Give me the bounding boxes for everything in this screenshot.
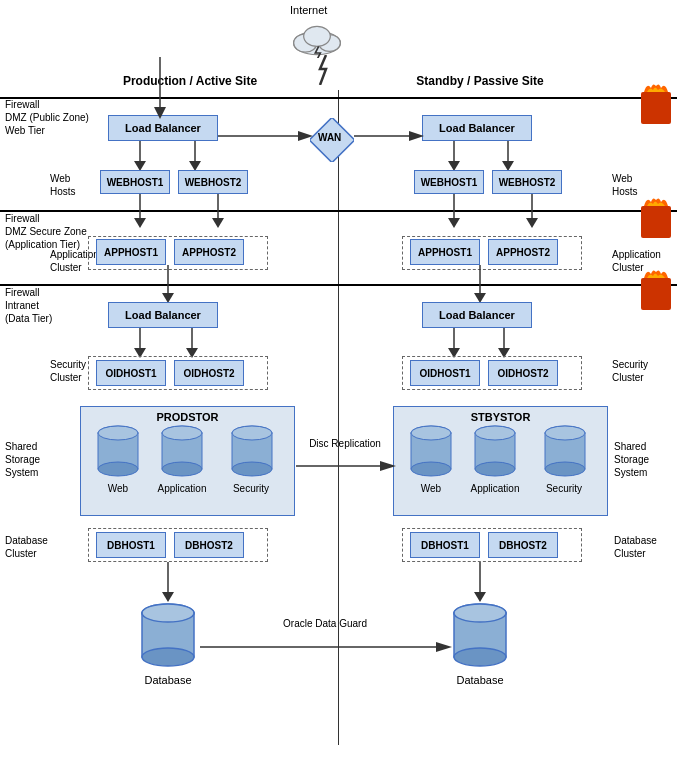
prod-drum-web: [95, 425, 141, 481]
arrow-stby-wh2-app: [522, 194, 542, 228]
stby-dbcluster-label: Database Cluster: [614, 534, 657, 560]
stby-oidhost2: OIDHOST2: [488, 360, 558, 386]
prod-webhosts-label: Web Hosts: [50, 172, 76, 198]
prod-drum-app: [159, 425, 205, 481]
wan-label: WAN: [318, 132, 341, 143]
arrow-prodlb2-oid1: [130, 328, 150, 358]
prod-dbhost2: DBHOST2: [174, 532, 244, 558]
stby-drum-app: [472, 425, 518, 481]
stby-drum-sec: [542, 425, 588, 481]
prod-drum-web-label: Web: [93, 483, 143, 494]
arrow-stbylb-wh2: [498, 141, 518, 171]
svg-marker-67: [380, 461, 396, 471]
svg-rect-29: [641, 278, 671, 310]
fw3-label: Firewall Intranet (Data Tier): [5, 286, 52, 325]
stby-drum-web: [408, 425, 454, 481]
arrow-wan-stby: [354, 128, 424, 144]
arrow-stbydb-db: [470, 562, 490, 602]
arrow-prodlb-wh1: [130, 141, 150, 171]
svg-point-48: [162, 462, 202, 476]
prod-oidhost2: OIDHOST2: [174, 360, 244, 386]
prod-webhost2: WEBHOST2: [178, 170, 248, 194]
svg-point-75: [142, 604, 194, 622]
stby-dbhost2: DBHOST2: [488, 532, 558, 558]
stby-storage-container: STBYSTOR Web Application Security: [393, 406, 608, 516]
svg-rect-4: [641, 92, 671, 124]
svg-point-78: [454, 648, 506, 666]
svg-point-74: [142, 648, 194, 666]
wan-diamond: WAN: [310, 118, 354, 162]
arrow-prodapp-lb2: [158, 265, 178, 303]
svg-point-3: [304, 26, 331, 46]
prod-storage-title: PRODSTOR: [81, 407, 294, 427]
arrow-stbylb-wh1: [444, 141, 464, 171]
svg-point-45: [98, 426, 138, 440]
stby-drum-web-label: Web: [406, 483, 456, 494]
firewall-line-3: [0, 284, 677, 286]
arrow-stby-wh1-app: [444, 194, 464, 228]
prod-dbhost1: DBHOST1: [96, 532, 166, 558]
internet-label: Internet: [290, 4, 327, 16]
svg-point-52: [232, 462, 272, 476]
stby-dbhost1: DBHOST1: [410, 532, 480, 558]
firewall-line-2: [0, 210, 677, 212]
stby-webhost2: WEBHOST2: [492, 170, 562, 194]
oracle-dataguard-arrow: [200, 637, 452, 657]
arrow-wh1-app: [130, 194, 150, 228]
prod-storage-label: Shared Storage System: [5, 440, 40, 479]
svg-point-60: [475, 462, 515, 476]
svg-marker-69: [162, 592, 174, 602]
production-header: Production / Active Site: [90, 74, 290, 88]
svg-marker-9: [298, 131, 313, 141]
stby-apphost1: APPHOST1: [410, 239, 480, 265]
prod-storage-container: PRODSTOR Web Application Security: [80, 406, 295, 516]
disc-replication-arrow: [296, 456, 396, 476]
prod-drum-app-label: Application: [149, 483, 215, 494]
prod-apphost1: APPHOST1: [96, 239, 166, 265]
stby-drum-sec-label: Security: [536, 483, 592, 494]
stby-oidhost1: OIDHOST1: [410, 360, 480, 386]
svg-marker-24: [212, 218, 224, 228]
arrow-proddb-db: [158, 562, 178, 602]
fw2-label: Firewall DMZ Secure Zone (Application Ti…: [5, 212, 87, 251]
prod-drum-sec: [229, 425, 275, 481]
prod-oidhost1: OIDHOST1: [96, 360, 166, 386]
svg-point-56: [411, 462, 451, 476]
svg-marker-22: [134, 218, 146, 228]
stby-database-label: Database: [444, 674, 516, 686]
svg-point-57: [411, 426, 451, 440]
svg-point-79: [454, 604, 506, 622]
arrow-stbylb2-oid2: [494, 328, 514, 358]
prod-dbcluster-label: Database Cluster: [5, 534, 48, 560]
lightning-icon: [316, 55, 332, 85]
stby-lb1: Load Balancer: [422, 115, 532, 141]
standby-header: Standby / Passive Site: [370, 74, 590, 88]
arrow-stbyapp-lb2: [470, 265, 490, 303]
prod-seccluster-label: Security Cluster: [50, 358, 86, 384]
arrow-prodlb-wh2: [185, 141, 205, 171]
stby-lb2: Load Balancer: [422, 302, 532, 328]
firewall2-icon: [639, 196, 673, 240]
svg-point-61: [475, 426, 515, 440]
firewall3-icon: [639, 268, 673, 312]
firewall1-icon: [639, 82, 673, 126]
prod-database-label: Database: [132, 674, 204, 686]
svg-marker-7: [154, 107, 166, 119]
svg-point-65: [545, 426, 585, 440]
stby-apphost2: APPHOST2: [488, 239, 558, 265]
disc-replication-label: Disc Replication: [300, 438, 390, 449]
stby-storage-title: STBYSTOR: [394, 407, 607, 427]
prod-lb2: Load Balancer: [108, 302, 218, 328]
prod-database-icon: [138, 603, 198, 671]
stby-drum-app-label: Application: [462, 483, 528, 494]
prod-webhost1: WEBHOST1: [100, 170, 170, 194]
svg-point-64: [545, 462, 585, 476]
stby-storage-label: Shared Storage System: [614, 440, 649, 479]
arrow-stbylb2-oid1: [444, 328, 464, 358]
cloud-icon: [282, 18, 352, 58]
arrow-prodlb2-oid2: [182, 328, 202, 358]
fw1-label: Firewall DMZ (Public Zone) Web Tier: [5, 98, 89, 137]
svg-marker-26: [448, 218, 460, 228]
stby-seccluster-label: Security Cluster: [612, 358, 648, 384]
stby-webhosts-label: Web Hosts: [612, 172, 638, 198]
